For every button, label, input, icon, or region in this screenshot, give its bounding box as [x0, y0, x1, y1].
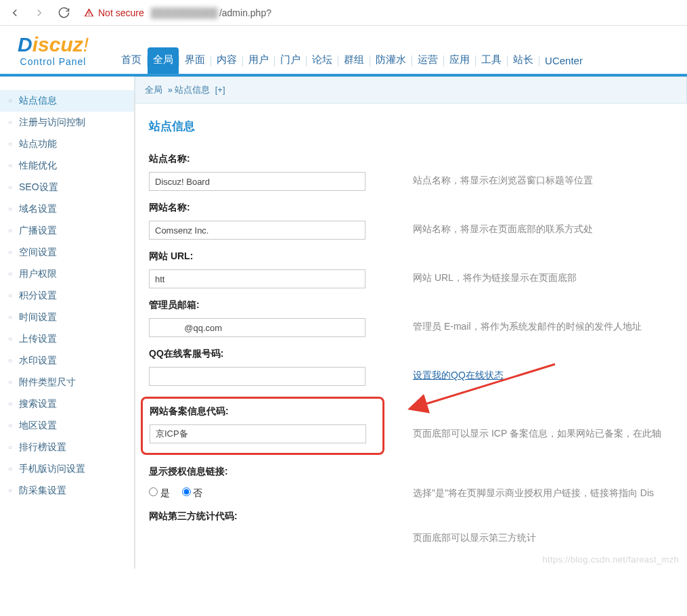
- address-bar[interactable]: Not secure ██████████ /admin.php?: [77, 3, 683, 22]
- sidebar: 站点信息注册与访问控制站点功能性能优化SEO设置域名设置广播设置空间设置用户权限…: [0, 76, 134, 569]
- tab-门户[interactable]: 门户: [275, 47, 306, 74]
- tab-工具[interactable]: 工具: [476, 47, 507, 74]
- top-nav-tabs: 首页全局界面内容用户门户论坛群组防灌水运营应用工具站长UCenter: [116, 47, 588, 74]
- main-panel: 全局 » 站点信息 [+] 站点信息 站点名称: 站点名称，将显示在浏览器窗口标…: [134, 76, 687, 569]
- watermark: https://blog.csdn.net/fareast_mzh: [543, 554, 679, 565]
- tab-全局[interactable]: 全局: [148, 47, 179, 74]
- tab-用户[interactable]: 用户: [243, 47, 274, 74]
- field-qq-service: QQ在线客服号码: 设置我的QQ在线状态: [149, 348, 676, 386]
- qq-service-input[interactable]: [149, 367, 365, 386]
- field-icp: 网站备案信息代码: 页面底部可以显示 ICP 备案信息，如果网站已备案，在此轴: [149, 397, 676, 455]
- app-header: Discuz! Control Panel 首页全局界面内容用户门户论坛群组防灌…: [0, 28, 687, 74]
- sidebar-item-1[interactable]: 注册与访问控制: [0, 112, 134, 133]
- icp-input[interactable]: [150, 424, 366, 443]
- sidebar-item-10[interactable]: 时间设置: [0, 307, 134, 328]
- sidebar-item-9[interactable]: 积分设置: [0, 285, 134, 307]
- field-license-link: 显示授权信息链接: 是 否 选择"是"将在页脚显示商业授权用户链接，链接将指向 …: [149, 466, 676, 500]
- admin-mail-input[interactable]: [149, 318, 365, 337]
- tab-应用[interactable]: 应用: [444, 47, 475, 74]
- annotation-highlight-box: 网站备案信息代码:: [141, 397, 384, 455]
- license-no-radio[interactable]: [182, 487, 191, 496]
- tab-内容[interactable]: 内容: [211, 47, 242, 74]
- url-path: /admin.php?: [219, 7, 271, 18]
- field-third-stat: 网站第三方统计代码: 页面底部可以显示第三方统计: [149, 510, 676, 544]
- tab-防灌水[interactable]: 防灌水: [370, 47, 412, 74]
- qq-status-link[interactable]: 设置我的QQ在线状态: [413, 370, 504, 380]
- url-host-blur: ██████████: [151, 7, 218, 18]
- web-name-input[interactable]: [149, 221, 365, 240]
- sidebar-item-2[interactable]: 站点功能: [0, 133, 134, 155]
- field-admin-mail: 管理员邮箱: 管理员 E-mail，将作为系统发邮件的时候的发件人地址: [149, 299, 676, 337]
- sidebar-item-15[interactable]: 地区设置: [0, 415, 134, 437]
- tab-站长[interactable]: 站长: [508, 47, 539, 74]
- tab-界面[interactable]: 界面: [179, 47, 210, 74]
- browser-toolbar: Not secure ██████████ /admin.php?: [0, 0, 687, 26]
- breadcrumb-root[interactable]: 全局: [145, 85, 162, 95]
- web-url-input[interactable]: [149, 269, 365, 288]
- reload-icon[interactable]: [53, 3, 74, 22]
- sidebar-item-4[interactable]: SEO设置: [0, 177, 134, 198]
- breadcrumb-expand[interactable]: [+]: [215, 85, 225, 95]
- field-site-name: 站点名称: 站点名称，将显示在浏览器窗口标题等位置: [149, 153, 676, 191]
- tab-运营[interactable]: 运营: [412, 47, 443, 74]
- forward-icon[interactable]: [28, 3, 50, 22]
- not-secure-label: Not secure: [98, 7, 144, 18]
- tab-UCenter[interactable]: UCenter: [539, 49, 588, 74]
- tab-群组[interactable]: 群组: [338, 47, 370, 74]
- sidebar-item-8[interactable]: 用户权限: [0, 263, 134, 285]
- field-web-url: 网站 URL: 网站 URL，将作为链接显示在页面底部: [149, 250, 676, 288]
- sidebar-item-18[interactable]: 防采集设置: [0, 480, 134, 502]
- tab-首页[interactable]: 首页: [116, 47, 147, 74]
- sidebar-item-6[interactable]: 广播设置: [0, 220, 134, 242]
- site-name-input[interactable]: [149, 172, 365, 191]
- logo[interactable]: Discuz! Control Panel: [18, 33, 89, 74]
- breadcrumb: 全局 » 站点信息 [+]: [135, 76, 687, 104]
- warning-icon: [84, 7, 94, 18]
- back-icon[interactable]: [4, 3, 26, 22]
- sidebar-item-14[interactable]: 搜索设置: [0, 393, 134, 415]
- breadcrumb-current: 站点信息: [175, 85, 210, 95]
- sidebar-item-3[interactable]: 性能优化: [0, 155, 134, 177]
- sidebar-item-16[interactable]: 排行榜设置: [0, 437, 134, 458]
- sidebar-item-0[interactable]: 站点信息: [0, 90, 134, 112]
- sidebar-item-17[interactable]: 手机版访问设置: [0, 458, 134, 480]
- field-web-name: 网站名称: 网站名称，将显示在页面底部的联系方式处: [149, 202, 676, 240]
- sidebar-item-12[interactable]: 水印设置: [0, 350, 134, 372]
- sidebar-item-11[interactable]: 上传设置: [0, 328, 134, 350]
- sidebar-item-7[interactable]: 空间设置: [0, 242, 134, 263]
- sidebar-item-5[interactable]: 域名设置: [0, 198, 134, 220]
- page-title: 站点信息: [149, 118, 676, 134]
- sidebar-item-13[interactable]: 附件类型尺寸: [0, 372, 134, 393]
- license-yes-radio[interactable]: [149, 487, 158, 496]
- tab-论坛[interactable]: 论坛: [307, 47, 338, 74]
